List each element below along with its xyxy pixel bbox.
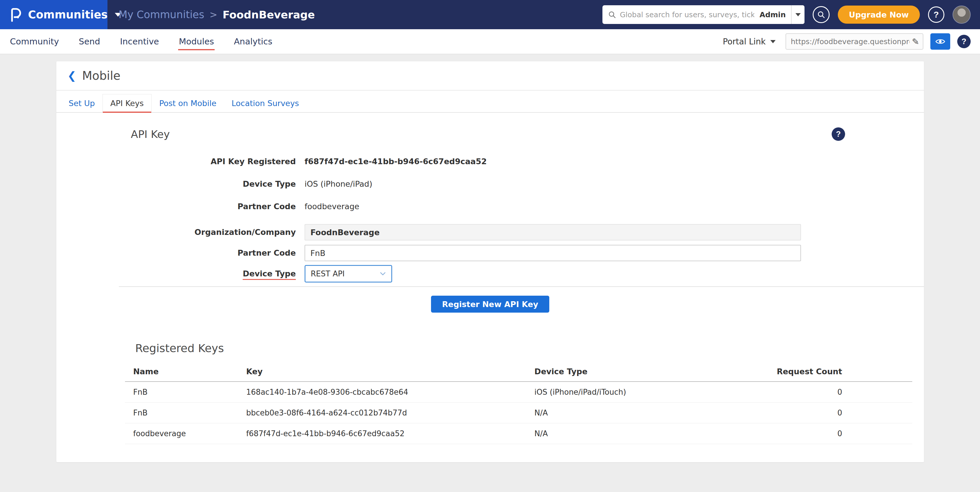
tab-set-up[interactable]: Set Up: [61, 94, 102, 112]
column-header-request-count: Request Count: [710, 362, 912, 382]
device-type-select[interactable]: REST API: [305, 265, 392, 282]
partner-code-label: Partner Code: [131, 245, 296, 261]
device-type-value: iOS (iPhone/iPad): [305, 179, 372, 189]
organization-input[interactable]: [305, 224, 801, 240]
tab-location-surveys[interactable]: Location Surveys: [224, 94, 307, 112]
cell-request-count: 0: [710, 424, 912, 444]
preview-eye-button[interactable]: [931, 33, 950, 50]
registered-keys-title: Registered Keys: [135, 342, 912, 355]
chevron-down-icon: [770, 40, 776, 43]
table-row: foodbeverage f687f47d-ec1e-41bb-b946-6c6…: [125, 424, 912, 444]
upgrade-now-button[interactable]: Upgrade Now: [838, 6, 920, 24]
registered-keys-section: Registered Keys Name Key Device Type Req…: [56, 342, 924, 444]
partner-code-input[interactable]: [305, 245, 801, 261]
portal-url-input[interactable]: [791, 37, 910, 46]
breadcrumb-current-community: FoodnBeverage: [223, 9, 315, 21]
nav-tab-analytics[interactable]: Analytics: [233, 29, 273, 54]
cell-key: 168ac140-1b7a-4e08-9306-cbcabc678e64: [246, 382, 535, 403]
chevron-down-icon: [379, 269, 387, 278]
nav-right-actions: Portal Link ✎ ?: [720, 33, 970, 50]
avatar[interactable]: [953, 6, 970, 24]
search-icon: [817, 10, 826, 19]
tab-api-keys[interactable]: API Keys: [102, 94, 151, 112]
organization-label: Organization/Company: [131, 224, 296, 240]
search-submit-button[interactable]: [813, 6, 830, 23]
main-nav-tabs: Community Send Incentive Modules Analyti…: [10, 29, 292, 54]
eye-icon: [935, 36, 945, 47]
page-content: ❮ Mobile Set Up API Keys Post on Mobile …: [0, 54, 980, 462]
cell-name: foodbeverage: [125, 424, 246, 444]
column-header-key: Key: [246, 362, 535, 382]
help-icon[interactable]: ?: [957, 35, 970, 48]
cell-key: bbceb0e3-08f6-4164-a624-cc012b74b77d: [246, 403, 535, 424]
cell-request-count: 0: [710, 403, 912, 424]
register-new-api-key-button[interactable]: Register New API Key: [431, 296, 549, 313]
field-label: API Key Registered: [131, 157, 296, 166]
help-icon[interactable]: ?: [832, 127, 845, 141]
edit-pencil-icon[interactable]: ✎: [912, 37, 919, 47]
mobile-module-card: ❮ Mobile Set Up API Keys Post on Mobile …: [56, 61, 924, 462]
cell-device-type: iOS (iPhone/iPad/iTouch): [535, 382, 710, 403]
nav-tab-community[interactable]: Community: [10, 29, 60, 54]
header-actions: Admin Upgrade Now ?: [603, 5, 980, 24]
nav-tab-modules[interactable]: Modules: [178, 29, 215, 54]
cell-request-count: 0: [710, 382, 912, 403]
portal-url-box: ✎: [786, 33, 923, 50]
device-type-selected-value: REST API: [311, 269, 345, 278]
help-icon[interactable]: ?: [928, 6, 944, 23]
form-row-organization: Organization/Company: [131, 224, 845, 240]
cell-device-type: N/A: [535, 403, 710, 424]
portal-link-select[interactable]: Portal Link: [720, 37, 778, 46]
tab-post-on-mobile[interactable]: Post on Mobile: [151, 94, 224, 112]
page-title: Mobile: [82, 69, 120, 83]
cell-device-type: N/A: [535, 424, 710, 444]
questionpro-logo-icon: [8, 7, 23, 22]
section-divider: [119, 286, 924, 287]
breadcrumb: My Communities > FoodnBeverage: [119, 9, 315, 21]
cell-key: f687f47d-ec1e-41bb-b946-6c67ed9caa52: [246, 424, 535, 444]
cell-name: FnB: [125, 382, 246, 403]
chevron-left-icon: ❮: [67, 70, 76, 81]
search-icon: [608, 10, 616, 19]
global-search: Admin: [603, 5, 805, 24]
info-row-api-key-registered: API Key Registered f687f47d-ec1e-41bb-b9…: [131, 157, 845, 166]
nav-tab-incentive[interactable]: Incentive: [119, 29, 160, 54]
column-header-device-type: Device Type: [535, 362, 710, 382]
breadcrumb-separator: >: [209, 9, 217, 20]
breadcrumb-my-communities[interactable]: My Communities: [119, 9, 204, 21]
form-row-device-type: Device Type REST API: [131, 266, 845, 282]
info-row-partner-code: Partner Code foodbeverage: [131, 202, 845, 211]
portal-link-label: Portal Link: [723, 37, 766, 46]
search-scope-dropdown[interactable]: [791, 5, 805, 24]
back-to-modules[interactable]: ❮ Mobile: [56, 61, 924, 91]
field-label: Device Type: [131, 179, 296, 189]
device-type-label: Device Type: [131, 266, 296, 282]
communities-menu[interactable]: Communities: [0, 0, 107, 29]
nav-tab-send[interactable]: Send: [78, 29, 101, 54]
mobile-subtabs: Set Up API Keys Post on Mobile Location …: [56, 91, 924, 113]
api-key-registered-value: f687f47d-ec1e-41bb-b946-6c67ed9caa52: [305, 157, 487, 166]
api-key-section: API Key ? API Key Registered f687f47d-ec…: [56, 113, 924, 282]
table-row: FnB 168ac140-1b7a-4e08-9306-cbcabc678e64…: [125, 382, 912, 403]
column-header-name: Name: [125, 362, 246, 382]
field-label: Partner Code: [131, 202, 296, 211]
search-scope-label: Admin: [754, 11, 791, 19]
table-row: FnB bbceb0e3-08f6-4164-a624-cc012b74b77d…: [125, 403, 912, 424]
main-nav: Community Send Incentive Modules Analyti…: [0, 29, 980, 54]
registered-keys-table: Name Key Device Type Request Count FnB 1…: [125, 362, 912, 444]
info-row-device-type: Device Type iOS (iPhone/iPad): [131, 179, 845, 189]
partner-code-value: foodbeverage: [305, 202, 359, 211]
top-header: Communities My Communities > FoodnBevera…: [0, 0, 980, 29]
chevron-down-icon: [795, 13, 801, 16]
table-header-row: Name Key Device Type Request Count: [125, 362, 912, 382]
brand-label: Communities: [28, 8, 108, 21]
cell-name: FnB: [125, 403, 246, 424]
form-row-partner-code: Partner Code: [131, 245, 845, 261]
section-title: API Key: [131, 128, 170, 140]
global-search-input[interactable]: [620, 11, 754, 19]
